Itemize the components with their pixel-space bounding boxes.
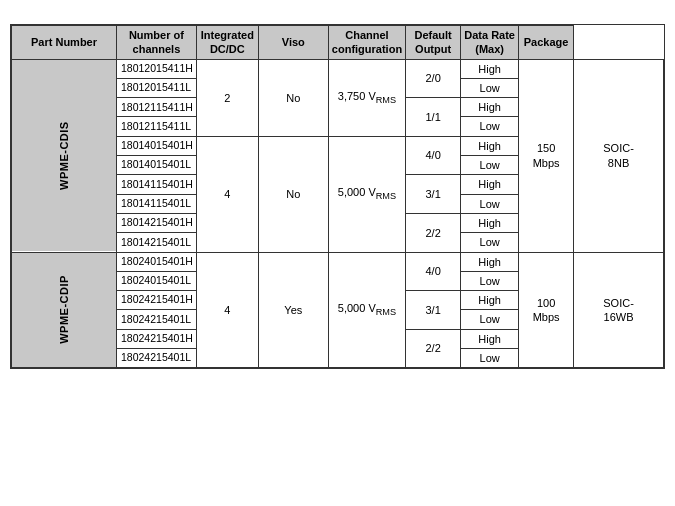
part-number: 18024215401L [117,310,197,329]
part-number: 18024215401H [117,329,197,348]
part-number: 18024015401L [117,271,197,290]
product-table: Part Number Number of channels Integrate… [11,25,664,368]
package-value: SOIC- 8NB [574,59,664,252]
channels-value: 4 [196,252,258,368]
output-value: High [461,213,519,232]
part-number: 18024215401L [117,349,197,368]
col-header-output: Default Output [406,26,461,60]
viso-value: 3,750 VRMS [328,59,405,136]
channel-config-value: 3/1 [406,291,461,330]
part-number: 18014115401L [117,194,197,213]
channels-value: 2 [196,59,258,136]
output-value: High [461,136,519,155]
data-rate-value: 150 Mbps [519,59,574,252]
col-header-part: Part Number [12,26,117,60]
channel-config-value: 1/1 [406,98,461,137]
col-header-viso: Viso [258,26,328,60]
output-value: High [461,252,519,271]
output-value: Low [461,233,519,252]
output-value: Low [461,156,519,175]
product-table-wrapper: Part Number Number of channels Integrate… [10,24,665,369]
output-value: Low [461,349,519,368]
part-number: 18012115411L [117,117,197,136]
part-number: 18014215401H [117,213,197,232]
part-number: 18014015401H [117,136,197,155]
channel-config-value: 2/0 [406,59,461,98]
part-number: 18012115411H [117,98,197,117]
output-value: Low [461,271,519,290]
part-number: 18014215401L [117,233,197,252]
output-value: Low [461,310,519,329]
output-value: High [461,291,519,310]
data-rate-value: 100 Mbps [519,252,574,368]
output-value: High [461,59,519,78]
part-number: 18024215401H [117,291,197,310]
channel-config-value: 4/0 [406,136,461,175]
output-value: Low [461,117,519,136]
output-value: Low [461,78,519,97]
channel-config-value: 4/0 [406,252,461,291]
channel-config-value: 2/2 [406,213,461,252]
package-value: SOIC- 16WB [574,252,664,368]
part-number: 18014015401L [117,156,197,175]
dcdc-value: No [258,136,328,252]
col-header-channels: Number of channels [117,26,197,60]
table-row: WPME-CDIP18024015401H4Yes5,000 VRMS4/0Hi… [12,252,664,271]
part-number: 18014115401H [117,175,197,194]
viso-value: 5,000 VRMS [328,136,405,252]
col-header-config: Channel configuration [328,26,405,60]
table-row: WPME-CDIS18012015411H2No3,750 VRMS2/0Hig… [12,59,664,78]
col-header-dcdc: Integrated DC/DC [196,26,258,60]
output-value: High [461,98,519,117]
channels-value: 4 [196,136,258,252]
output-value: High [461,329,519,348]
col-header-package: Package [519,26,574,60]
dcdc-value: No [258,59,328,136]
output-value: High [461,175,519,194]
group-label: WPME-CDIS [12,59,117,252]
channel-config-value: 2/2 [406,329,461,368]
channel-config-value: 3/1 [406,175,461,214]
col-header-datarate: Data Rate (Max) [461,26,519,60]
output-value: Low [461,194,519,213]
part-number: 18012015411L [117,78,197,97]
viso-value: 5,000 VRMS [328,252,405,368]
dcdc-value: Yes [258,252,328,368]
part-number: 18024015401H [117,252,197,271]
group-label: WPME-CDIP [12,252,117,368]
part-number: 18012015411H [117,59,197,78]
